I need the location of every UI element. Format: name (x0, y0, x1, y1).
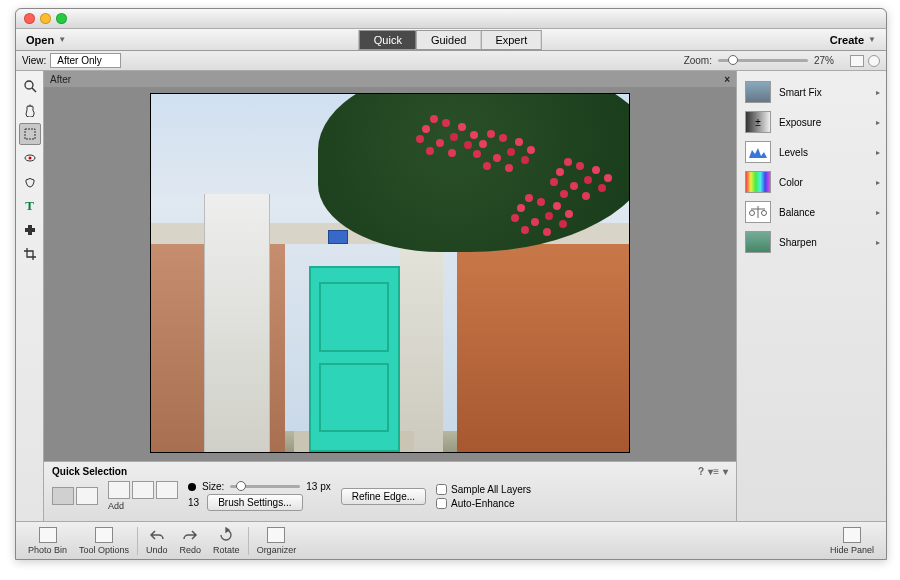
divider (137, 527, 138, 555)
text-tool[interactable]: T (19, 195, 41, 217)
adjustment-color[interactable]: Color ▸ (737, 167, 886, 197)
create-menu[interactable]: Create ▼ (820, 34, 886, 46)
zoom-slider[interactable] (718, 59, 808, 62)
canvas-column: After × (44, 71, 736, 521)
organizer-icon (267, 527, 285, 543)
divider (248, 527, 249, 555)
close-icon[interactable]: × (724, 74, 730, 85)
tool-options-panel: Quick Selection ? ▾≡ ▾ (44, 461, 736, 521)
sample-all-layers-checkbox[interactable]: Sample All Layers (436, 484, 531, 495)
adjustment-sharpen[interactable]: Sharpen ▸ (737, 227, 886, 257)
chevron-down-icon: ▸ (876, 208, 880, 217)
organizer-button[interactable]: Organizer (251, 527, 303, 555)
canvas-header-label: After (50, 74, 71, 85)
adjustment-smart-fix[interactable]: Smart Fix ▸ (737, 77, 886, 107)
tab-quick[interactable]: Quick (359, 30, 417, 50)
panel-toggle-icon[interactable] (850, 55, 864, 67)
hide-panel-icon (843, 527, 861, 543)
quick-selection-tool[interactable] (19, 123, 41, 145)
svg-point-10 (762, 211, 767, 216)
refine-edge-button[interactable]: Refine Edge... (341, 488, 426, 505)
toolbox: T (16, 71, 44, 521)
svg-point-9 (750, 211, 755, 216)
svg-point-4 (28, 157, 31, 160)
redo-button[interactable]: Redo (174, 527, 208, 555)
size-label: Size: (202, 481, 224, 492)
close-window-button[interactable] (24, 13, 35, 24)
photo-bin-button[interactable]: Photo Bin (22, 527, 73, 555)
chevron-down-icon: ▸ (876, 238, 880, 247)
mac-titlebar (16, 9, 886, 29)
top-menu-bar: Open ▼ Quick Guided Expert Create ▼ (16, 29, 886, 51)
size-value: 13 px (306, 481, 330, 492)
crop-tool[interactable] (19, 243, 41, 265)
chevron-down-icon: ▸ (876, 118, 880, 127)
canvas-viewport[interactable] (44, 87, 736, 461)
brush-preview-dot (188, 483, 196, 491)
photo-bin-icon (39, 527, 57, 543)
hand-tool[interactable] (19, 99, 41, 121)
layer-btn-2[interactable] (132, 481, 154, 499)
panel-menu-icon[interactable]: ▾≡ (708, 466, 719, 477)
rotate-icon (217, 527, 235, 543)
app-window: Open ▼ Quick Guided Expert Create ▼ View… (15, 8, 887, 560)
tab-guided[interactable]: Guided (416, 30, 481, 50)
help-icon[interactable] (868, 55, 880, 67)
tab-expert[interactable]: Expert (480, 30, 542, 50)
chevron-down-icon: ▸ (876, 148, 880, 157)
exposure-icon: ± (745, 111, 771, 133)
chevron-down-icon: ▸ (876, 178, 880, 187)
zoom-label: Zoom: (684, 55, 712, 66)
hide-panel-button[interactable]: Hide Panel (824, 527, 880, 555)
svg-line-1 (32, 88, 36, 92)
adjustment-levels[interactable]: Levels ▸ (737, 137, 886, 167)
rotate-button[interactable]: Rotate (207, 527, 246, 555)
red-eye-tool[interactable] (19, 147, 41, 169)
adjustments-panel: Smart Fix ▸ ± Exposure ▸ Levels ▸ Color … (736, 71, 886, 521)
size-slider-thumb[interactable] (236, 481, 246, 491)
options-title: Quick Selection (52, 466, 127, 477)
add-selection-button[interactable] (76, 487, 98, 505)
svg-point-0 (25, 81, 33, 89)
chevron-down-icon: ▼ (868, 35, 876, 44)
layer-btn-3[interactable] (156, 481, 178, 499)
selection-mode-group (52, 487, 98, 505)
zoom-window-button[interactable] (56, 13, 67, 24)
brush-settings-button[interactable]: Brush Settings... (207, 494, 302, 511)
content-area: T After × (16, 71, 886, 521)
sharpen-icon (745, 231, 771, 253)
mode-tabs: Quick Guided Expert (360, 30, 542, 50)
color-icon (745, 171, 771, 193)
create-label: Create (830, 34, 864, 46)
help-icon[interactable]: ? (698, 466, 704, 477)
zoom-tool[interactable] (19, 75, 41, 97)
smart-fix-icon (745, 81, 771, 103)
size-slider[interactable] (230, 485, 300, 488)
tool-options-icon (95, 527, 113, 543)
chevron-down-icon: ▼ (58, 35, 66, 44)
tool-options-button[interactable]: Tool Options (73, 527, 135, 555)
brush-layer-group (108, 481, 178, 499)
auto-enhance-checkbox[interactable]: Auto-Enhance (436, 498, 531, 509)
view-select[interactable]: After Only (50, 53, 120, 68)
spot-healing-tool[interactable] (19, 219, 41, 241)
canvas-header: After × (44, 71, 736, 87)
undo-button[interactable]: Undo (140, 527, 174, 555)
zoom-controls: Zoom: 27% (684, 55, 880, 67)
minimize-window-button[interactable] (40, 13, 51, 24)
layer-btn-1[interactable] (108, 481, 130, 499)
view-selected-value: After Only (57, 55, 101, 66)
adjustment-exposure[interactable]: ± Exposure ▸ (737, 107, 886, 137)
view-bar: View: After Only Zoom: 27% (16, 51, 886, 71)
zoom-slider-thumb[interactable] (728, 55, 738, 65)
bottom-bar: Photo Bin Tool Options Undo Redo Rotate … (16, 521, 886, 559)
size-number: 13 (188, 497, 199, 508)
adjustment-balance[interactable]: Balance ▸ (737, 197, 886, 227)
whiten-teeth-tool[interactable] (19, 171, 41, 193)
collapse-icon[interactable]: ▾ (723, 466, 728, 477)
levels-icon (745, 141, 771, 163)
svg-rect-6 (25, 228, 35, 232)
add-label: Add (108, 501, 178, 511)
new-selection-button[interactable] (52, 487, 74, 505)
open-menu[interactable]: Open ▼ (16, 34, 76, 46)
